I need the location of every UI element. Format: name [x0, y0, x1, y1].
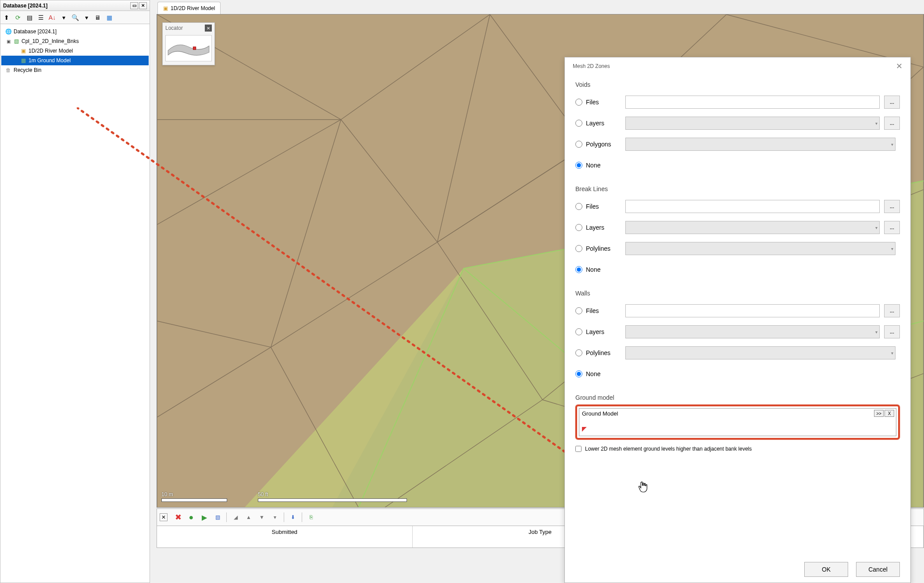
dropdown-sep: ▾	[59, 13, 68, 22]
tree-collapse-icon[interactable]: ▣	[6, 39, 11, 44]
voids-layers-field[interactable]: ▾	[625, 117, 880, 130]
refresh-icon[interactable]: ⟳	[14, 13, 22, 22]
walls-files-field[interactable]	[625, 304, 880, 317]
locator-panel[interactable]: Locator ✕	[162, 22, 215, 65]
voids-polygons-field[interactable]: ▾	[625, 138, 895, 151]
jobcol-submitted[interactable]: Submitted	[157, 526, 413, 547]
find-icon[interactable]: 🔍	[71, 13, 79, 22]
chevron-down-icon: ▾	[875, 225, 878, 230]
breaks-layers-browse[interactable]: ...	[884, 221, 900, 234]
ground-model-expand-button[interactable]: >>	[874, 410, 884, 417]
walls-files-browse[interactable]: ...	[884, 304, 900, 317]
walls-polylines-radio[interactable]	[575, 349, 582, 356]
breaks-files-browse[interactable]: ...	[884, 200, 900, 213]
chevron-down-icon: ▾	[891, 142, 893, 147]
breaks-polylines-radio[interactable]	[575, 245, 582, 252]
job-download-icon[interactable]: ⬇	[289, 513, 297, 522]
lower-mesh-label: Lower 2D mesh element ground levels high…	[585, 446, 752, 452]
locator-minimap[interactable]	[165, 35, 212, 61]
ground-model-drop-target[interactable]: Ground Model >> X ◤	[579, 408, 896, 436]
breaks-files-radio[interactable]	[575, 203, 582, 210]
walls-legend: Walls	[575, 290, 900, 297]
walls-none-label: None	[586, 370, 625, 377]
database-tree: 🌐 Database [2024.1] ▣ ▧ Cpl_1D_2D_Inline…	[0, 24, 150, 78]
breaks-layers-field[interactable]: ▾	[625, 221, 880, 234]
scale-m-label: 10 m	[161, 491, 173, 498]
voids-files-browse[interactable]: ...	[884, 96, 900, 109]
ground-model-highlight: Ground Model >> X ◤	[575, 405, 900, 440]
list-icon[interactable]: ▤	[25, 13, 34, 22]
job-record-icon[interactable]: ●	[187, 513, 196, 522]
panel-restore-button[interactable]: ▭	[130, 2, 138, 9]
breaks-layers-radio[interactable]	[575, 224, 582, 231]
scale-feet: 50 ft	[258, 491, 407, 502]
job-play-icon[interactable]: ▶	[200, 513, 209, 522]
breaks-files-field[interactable]	[625, 200, 880, 213]
dropdown-sep-2: ▾	[82, 13, 91, 22]
chevron-down-icon: ▾	[891, 246, 893, 251]
tree-root-label: Database [2024.1]	[14, 28, 57, 35]
job-cancel-icon[interactable]: ✖	[174, 513, 182, 522]
database-panel-title: Database [2024.1]	[3, 3, 47, 9]
tree-ground-model[interactable]: ▦ 1m Ground Model	[1, 56, 149, 65]
walls-none-radio[interactable]	[575, 370, 582, 377]
globe-icon: 🌐	[5, 28, 12, 35]
locator-header: Locator ✕	[163, 23, 214, 33]
tree-river-label: 1D/2D River Model	[29, 48, 73, 54]
mesh-2d-zones-dialog: Mesh 2D Zones ✕ Voids Files... Layers▾..…	[564, 57, 911, 583]
dialog-button-row: OK Cancel	[565, 556, 910, 583]
walls-layers-browse[interactable]: ...	[884, 325, 900, 338]
voids-files-radio[interactable]	[575, 99, 582, 106]
recycle-bin-icon: 🗑	[5, 67, 12, 74]
locator-close-button[interactable]: ✕	[205, 25, 212, 32]
job-tri2-icon[interactable]: ▲	[244, 513, 253, 522]
walls-polylines-field[interactable]: ▾	[625, 346, 895, 359]
job-tri1-icon[interactable]: ◢	[231, 513, 240, 522]
walls-polylines-label: Polylines	[586, 349, 625, 356]
walls-layers-label: Layers	[586, 328, 625, 335]
job-chart-icon[interactable]: ▧	[213, 513, 222, 522]
dialog-close-button[interactable]: ✕	[896, 61, 903, 71]
breaks-legend: Break Lines	[575, 185, 900, 192]
voids-polygons-radio[interactable]	[575, 141, 582, 148]
cancel-button[interactable]: Cancel	[856, 562, 900, 577]
tree-recycle-bin[interactable]: 🗑 Recycle Bin	[1, 65, 149, 75]
job-export-icon[interactable]: ⎘	[307, 513, 315, 522]
up-arrow-icon[interactable]: ⬆	[2, 13, 11, 22]
dialog-body: Voids Files... Layers▾... Polygons▾ None…	[565, 75, 910, 556]
voids-none-radio[interactable]	[575, 162, 582, 169]
voids-layers-browse[interactable]: ...	[884, 117, 900, 130]
job-panel-close[interactable]: ✕	[160, 513, 168, 521]
voids-files-field[interactable]	[625, 96, 880, 109]
ground-model-clear-button[interactable]: X	[885, 410, 894, 417]
ok-button[interactable]: OK	[804, 562, 848, 577]
blocks-icon[interactable]: ▦	[105, 13, 114, 22]
job-tri3-icon[interactable]: ▼	[257, 513, 266, 522]
lower-mesh-checkbox[interactable]	[575, 446, 582, 452]
walls-layers-field[interactable]: ▾	[625, 325, 880, 338]
tree-ground-label: 1m Ground Model	[29, 57, 71, 64]
panel-close-button[interactable]: ✕	[139, 2, 147, 9]
sort-icon[interactable]: A↓	[48, 13, 57, 22]
breaks-polylines-field[interactable]: ▾	[625, 242, 895, 255]
tree-group[interactable]: ▣ ▧ Cpl_1D_2D_Inline_Bnks	[1, 36, 149, 46]
tree-river-model[interactable]: ▣ 1D/2D River Model	[1, 46, 149, 56]
tree-bin-label: Recycle Bin	[14, 67, 41, 73]
chevron-down-icon: ▾	[875, 121, 878, 126]
breaks-none-radio[interactable]	[575, 266, 582, 273]
ground-model-icon: ▦	[20, 57, 27, 64]
tab-river-model[interactable]: ▣ 1D/2D River Model	[157, 2, 221, 14]
walls-layers-radio[interactable]	[575, 328, 582, 335]
tree-root-database[interactable]: 🌐 Database [2024.1]	[1, 27, 149, 36]
walls-files-radio[interactable]	[575, 307, 582, 314]
voids-layers-radio[interactable]	[575, 120, 582, 127]
tree-icon[interactable]: ☰	[36, 13, 45, 22]
breaks-polylines-label: Polylines	[586, 245, 625, 252]
dialog-title-bar[interactable]: Mesh 2D Zones ✕	[565, 57, 910, 75]
database-panel-title-bar: Database [2024.1] ▭ ✕	[0, 0, 150, 11]
monitor-icon[interactable]: 🖥	[93, 13, 102, 22]
lower-mesh-checkbox-row[interactable]: Lower 2D mesh element ground levels high…	[575, 446, 900, 452]
job-tri4-icon[interactable]: ▾	[271, 513, 279, 522]
voids-legend: Voids	[575, 81, 900, 88]
svg-rect-3	[193, 47, 196, 50]
